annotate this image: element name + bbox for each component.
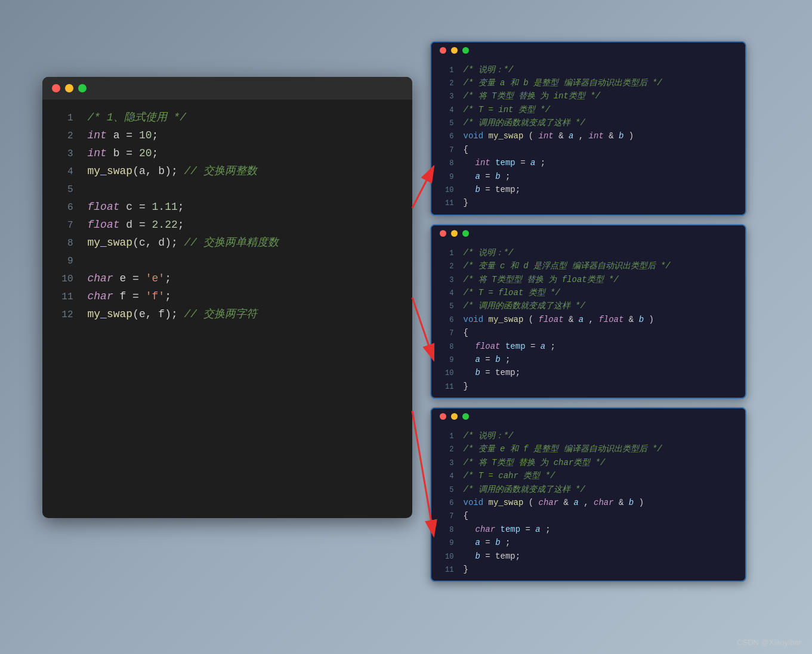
line-number: 12	[52, 307, 73, 323]
main-container: 1 /* 1、隐式使用 */ 2 int a = 10; 3 int b = 2…	[42, 41, 770, 613]
small-code-line: 1 /* 说明：*/	[431, 246, 745, 259]
code-line: 1 /* 1、隐式使用 */	[42, 109, 412, 127]
code-line: 9	[42, 252, 412, 270]
right-panels: 1 /* 说明：*/ 2 /* 变量 a 和 b 是整型 编译器自动识出类型后 …	[430, 41, 746, 582]
code-text: {	[464, 509, 468, 522]
small-code-line: 5 /* 调用的函数就变成了这样 */	[431, 483, 745, 496]
code-text: /* 变量 e 和 f 是整型 编译器自动识出类型后 */	[464, 442, 662, 455]
small-code-line: 6 void my_swap ( int & a , int & b )	[431, 129, 745, 142]
line-number: 7	[52, 218, 73, 233]
line-number: 9	[52, 253, 73, 269]
small-code-line: 9 a = b ;	[431, 170, 745, 183]
small-code-line: 2 /* 变量 e 和 f 是整型 编译器自动识出类型后 */	[431, 442, 745, 455]
code-line: 4 my_swap(a, b); // 交换两整数	[42, 163, 412, 181]
small-code-line: 7 {	[431, 143, 745, 156]
code-text: /* 1、隐式使用 */	[88, 109, 403, 127]
panel-int: 1 /* 说明：*/ 2 /* 变量 a 和 b 是整型 编译器自动识出类型后 …	[430, 41, 746, 216]
code-text: /* 说明：*/	[464, 63, 514, 76]
small-code-line: 9 a = b ;	[431, 353, 745, 366]
maximize-dot	[78, 84, 87, 92]
code-text: float c = 1.11;	[88, 199, 403, 216]
panel-char-body: 1 /* 说明：*/ 2 /* 变量 e 和 f 是整型 编译器自动识出类型后 …	[431, 424, 745, 581]
line-number: 6	[52, 200, 73, 215]
small-code-line: 9 a = b ;	[431, 536, 745, 549]
code-line: 12 my_swap(e, f); // 交换两字符	[42, 306, 412, 324]
small-code-line: 7 {	[431, 326, 745, 339]
small-code-line: 11 }	[431, 563, 745, 576]
code-text: {	[464, 326, 468, 339]
code-line: 2 int a = 10;	[42, 127, 412, 145]
panel-close-dot	[440, 47, 446, 54]
watermark: CSDN @Xiaoyibar	[737, 638, 801, 647]
code-text: char temp = a ;	[464, 523, 551, 536]
small-code-line: 5 /* 调用的函数就变成了这样 */	[431, 299, 745, 312]
code-text: /* 将 T类型 替换 为 char类型 */	[464, 456, 606, 469]
code-text: my_swap(c, d); // 交换两单精度数	[88, 234, 403, 252]
panel-int-titlebar	[431, 42, 745, 58]
code-text: float temp = a ;	[464, 340, 555, 353]
code-text: }	[464, 380, 468, 393]
code-line: 11 char f = 'f';	[42, 288, 412, 306]
code-text: void my_swap ( float & a , float & b )	[464, 313, 654, 326]
small-code-line: 8 int temp = a ;	[431, 156, 745, 169]
small-code-line: 8 char temp = a ;	[431, 523, 745, 536]
small-code-line: 10 b = temp;	[431, 183, 745, 196]
code-text: /* 说明：*/	[464, 246, 514, 259]
small-code-line: 1 /* 说明：*/	[431, 429, 745, 442]
small-code-line: 6 void my_swap ( char & a , char & b )	[431, 496, 745, 509]
code-text: /* 说明：*/	[464, 429, 514, 442]
code-text: /* 调用的函数就变成了这样 */	[464, 116, 585, 129]
line-number: 8	[52, 235, 73, 251]
code-text: void my_swap ( int & a , int & b )	[464, 129, 634, 142]
code-text: /* T = cahr 类型 */	[464, 469, 555, 482]
code-text: b = temp;	[464, 550, 521, 563]
main-code-body: 1 /* 1、隐式使用 */ 2 int a = 10; 3 int b = 2…	[42, 100, 412, 333]
code-text: int temp = a ;	[464, 156, 546, 169]
panel-float-body: 1 /* 说明：*/ 2 /* 变量 c 和 d 是浮点型 编译器自动识出类型后…	[431, 241, 745, 398]
small-code-line: 3 /* 将 T类型 替换 为 char类型 */	[431, 456, 745, 469]
panel-min-dot	[451, 413, 458, 420]
code-text: char e = 'e';	[88, 270, 403, 288]
minimize-dot	[65, 84, 73, 92]
small-code-line: 11 }	[431, 380, 745, 393]
small-code-line: 2 /* 变量 a 和 b 是整型 编译器自动识出类型后 */	[431, 76, 745, 89]
code-text: a = b ;	[464, 353, 511, 366]
code-text: int a = 10;	[88, 127, 403, 145]
code-line: 10 char e = 'e';	[42, 270, 412, 288]
code-line: 3 int b = 20;	[42, 145, 412, 163]
code-text: /* 调用的函数就变成了这样 */	[464, 299, 585, 312]
small-code-line: 6 void my_swap ( float & a , float & b )	[431, 313, 745, 326]
line-number: 1	[52, 110, 73, 126]
line-number: 2	[52, 128, 73, 144]
line-number: 10	[52, 271, 73, 287]
code-text: char f = 'f';	[88, 288, 403, 306]
panel-max-dot	[462, 47, 469, 54]
code-line: 7 float d = 2.22;	[42, 216, 412, 234]
code-text: b = temp;	[464, 366, 521, 379]
panel-float-titlebar	[431, 225, 745, 241]
small-code-line: 4 /* T = int 类型 */	[431, 103, 745, 116]
small-code-line: 2 /* 变量 c 和 d 是浮点型 编译器自动识出类型后 */	[431, 259, 745, 272]
panel-min-dot	[451, 230, 458, 237]
small-code-line: 7 {	[431, 509, 745, 522]
small-code-line: 10 b = temp;	[431, 366, 745, 379]
code-text	[88, 252, 403, 270]
line-number: 11	[52, 289, 73, 305]
line-number: 4	[52, 164, 73, 179]
panel-min-dot	[451, 47, 458, 54]
code-text: {	[464, 143, 468, 156]
small-code-line: 3 /* 将 T类型型 替换 为 float类型 */	[431, 273, 745, 286]
code-line: 8 my_swap(c, d); // 交换两单精度数	[42, 234, 412, 252]
main-titlebar	[42, 77, 412, 100]
main-code-window: 1 /* 1、隐式使用 */ 2 int a = 10; 3 int b = 2…	[42, 77, 412, 518]
code-text: /* 将 T类型型 替换 为 float类型 */	[464, 273, 619, 286]
panel-max-dot	[462, 413, 469, 420]
small-code-line: 10 b = temp;	[431, 550, 745, 563]
code-text: /* T = float 类型 */	[464, 286, 560, 299]
small-code-line: 3 /* 将 T类型 替换 为 int类型 */	[431, 89, 745, 103]
code-text	[88, 181, 403, 199]
small-code-line: 5 /* 调用的函数就变成了这样 */	[431, 116, 745, 129]
code-text: void my_swap ( char & a , char & b )	[464, 496, 644, 509]
line-number: 3	[52, 146, 73, 162]
code-text: float d = 2.22;	[88, 216, 403, 234]
